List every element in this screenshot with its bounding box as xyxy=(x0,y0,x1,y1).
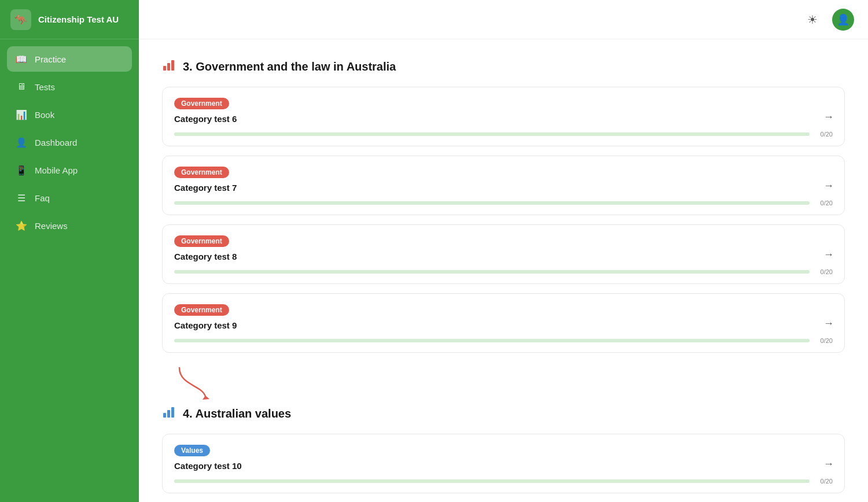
progress-label-cat7: 0/20 xyxy=(815,200,833,206)
logo-icon: 🦘 xyxy=(14,13,27,26)
svg-marker-3 xyxy=(203,396,209,400)
dashboard-icon: 👤 xyxy=(15,136,28,149)
section-4-icon xyxy=(162,405,176,422)
mobile-app-icon: 📱 xyxy=(15,164,28,176)
test-card-title-cat9: Category test 9 xyxy=(174,320,833,330)
book-icon: 📊 xyxy=(15,108,28,121)
content-area: 3. Government and the law in Australia G… xyxy=(139,39,868,502)
user-avatar-icon: 👤 xyxy=(837,13,849,26)
sidebar: 🦘 Citizenship Test AU 📖 Practice 🖥 Tests… xyxy=(0,0,139,502)
test-card-title-cat10: Category test 10 xyxy=(174,461,833,471)
sidebar-nav: 📖 Practice 🖥 Tests 📊 Book 👤 Dashboard 📱 … xyxy=(0,39,139,502)
test-card-title-cat8: Category test 8 xyxy=(174,252,833,261)
test-card-cat10[interactable]: Values Category test 10 0/20 → xyxy=(162,434,845,493)
arrow-annotation xyxy=(162,362,845,403)
svg-rect-4 xyxy=(163,413,166,418)
progress-bg-cat8 xyxy=(174,270,810,274)
user-avatar[interactable]: 👤 xyxy=(832,9,854,31)
test-card-cat6[interactable]: Government Category test 6 0/20 → xyxy=(162,87,845,146)
progress-bg-cat6 xyxy=(174,132,810,136)
sidebar-item-book[interactable]: 📊 Book xyxy=(7,102,132,127)
app-logo: 🦘 xyxy=(10,9,31,30)
arrow-icon-cat7: → xyxy=(823,179,834,191)
sun-icon: ☀ xyxy=(807,13,818,27)
progress-wrap-cat7: 0/20 xyxy=(174,200,833,206)
progress-label-cat10: 0/20 xyxy=(815,478,833,485)
sidebar-item-dashboard[interactable]: 👤 Dashboard xyxy=(7,130,132,155)
arrow-icon-cat9: → xyxy=(823,317,834,329)
sidebar-label-reviews: Reviews xyxy=(35,221,68,231)
sidebar-label-tests: Tests xyxy=(35,82,55,92)
sidebar-header: 🦘 Citizenship Test AU xyxy=(0,0,139,39)
sidebar-label-dashboard: Dashboard xyxy=(35,138,77,147)
topbar: ☀ 👤 xyxy=(139,0,868,39)
sidebar-label-book: Book xyxy=(35,110,54,120)
test-card-cat7[interactable]: Government Category test 7 0/20 → xyxy=(162,156,845,215)
sidebar-item-tests[interactable]: 🖥 Tests xyxy=(7,74,132,99)
theme-toggle-button[interactable]: ☀ xyxy=(802,9,823,30)
progress-bg-cat9 xyxy=(174,339,810,342)
tag-government-cat8: Government xyxy=(174,235,229,247)
reviews-icon: ⭐ xyxy=(15,219,28,232)
test-card-title-cat7: Category test 7 xyxy=(174,183,833,193)
app-title: Citizenship Test AU xyxy=(38,14,119,24)
tag-government-cat9: Government xyxy=(174,304,229,316)
sidebar-label-faq: Faq xyxy=(35,193,50,203)
arrow-icon-cat8: → xyxy=(823,248,834,260)
faq-icon: ☰ xyxy=(15,191,28,204)
test-card-title-cat6: Category test 6 xyxy=(174,114,833,124)
sidebar-item-mobile-app[interactable]: 📱 Mobile App xyxy=(7,157,132,183)
main-area: ☀ 👤 3. Government and the law in Austral… xyxy=(139,0,868,502)
section-4-title: 4. Australian values xyxy=(183,407,291,420)
sidebar-item-reviews[interactable]: ⭐ Reviews xyxy=(7,213,132,238)
svg-rect-0 xyxy=(163,66,166,71)
tag-values-cat10: Values xyxy=(174,445,210,456)
sidebar-item-faq[interactable]: ☰ Faq xyxy=(7,185,132,211)
svg-rect-6 xyxy=(171,407,174,418)
progress-wrap-cat9: 0/20 xyxy=(174,337,833,344)
test-card-cat9[interactable]: Government Category test 9 0/20 → xyxy=(162,293,845,353)
test-card-cat8[interactable]: Government Category test 8 0/20 → xyxy=(162,224,845,284)
progress-wrap-cat10: 0/20 xyxy=(174,478,833,485)
sidebar-label-practice: Practice xyxy=(35,54,66,64)
svg-rect-5 xyxy=(167,410,170,418)
arrow-icon-cat10: → xyxy=(823,457,834,470)
practice-icon: 📖 xyxy=(15,53,28,65)
progress-label-cat9: 0/20 xyxy=(815,337,833,344)
sidebar-item-practice[interactable]: 📖 Practice xyxy=(7,46,132,72)
progress-label-cat8: 0/20 xyxy=(815,268,833,275)
progress-label-cat6: 0/20 xyxy=(815,131,833,138)
sidebar-label-mobile-app: Mobile App xyxy=(35,165,78,175)
tag-government-cat6: Government xyxy=(174,98,229,109)
progress-bg-cat7 xyxy=(174,201,810,205)
section-4-heading: 4. Australian values xyxy=(162,405,845,422)
tests-icon: 🖥 xyxy=(15,80,28,93)
progress-wrap-cat6: 0/20 xyxy=(174,131,833,138)
svg-rect-2 xyxy=(171,60,174,71)
arrow-icon-cat6: → xyxy=(823,110,834,123)
section-3-icon xyxy=(162,58,176,75)
curved-arrow-svg xyxy=(174,362,220,403)
progress-wrap-cat8: 0/20 xyxy=(174,268,833,275)
progress-bg-cat10 xyxy=(174,479,810,483)
section-3-heading: 3. Government and the law in Australia xyxy=(162,58,845,75)
tag-government-cat7: Government xyxy=(174,167,229,178)
section-3-title: 3. Government and the law in Australia xyxy=(183,60,396,73)
svg-rect-1 xyxy=(167,63,170,71)
